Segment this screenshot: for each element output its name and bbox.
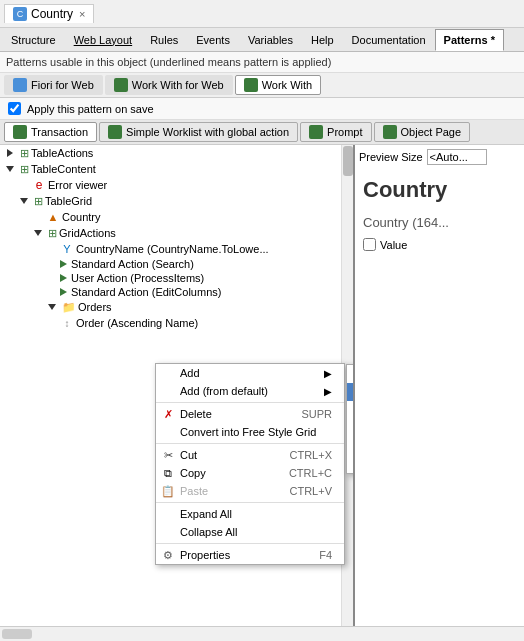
ctx-collapse-all[interactable]: Collapse All <box>156 523 344 541</box>
tree-item-tablecontent[interactable]: ⊞ TableContent <box>0 161 353 177</box>
ctx-add[interactable]: Add ▶ UserAction GridAttribute <box>156 364 344 382</box>
sub-item-gridvariable[interactable]: GridVariable <box>347 437 355 455</box>
nav-structure[interactable]: Structure <box>2 29 65 51</box>
preview-panel: Preview Size Country Country (164... Val… <box>355 145 524 626</box>
paste-icon: 📋 <box>160 483 176 499</box>
trans-tab-objectpage[interactable]: Object Page <box>374 122 471 142</box>
scissors-icon: ✂ <box>160 447 176 463</box>
ctx-delete[interactable]: ✗ Delete SUPR <box>156 405 344 423</box>
pattern-tab-fiori[interactable]: Fiori for Web <box>4 75 103 95</box>
nav-help[interactable]: Help <box>302 29 343 51</box>
nav-rules[interactable]: Rules <box>141 29 187 51</box>
preview-value-checkbox[interactable] <box>363 238 376 251</box>
ctx-add-from-default-label: Add (from default) <box>180 385 268 397</box>
tree-item-stdaction-search[interactable]: Standard Action (Search) <box>0 257 353 271</box>
gridvariable-sub-icon <box>351 438 355 454</box>
sub-item-useraction[interactable]: UserAction <box>347 365 355 383</box>
sub-item-gridvariablebasedon[interactable]: GridVariableBasedOn <box>347 455 355 473</box>
nav-events[interactable]: Events <box>187 29 239 51</box>
trans-objectpage-icon <box>383 125 397 139</box>
apply-pattern-checkbox[interactable] <box>8 102 21 115</box>
pattern-tab-workwith-web-label: Work With for Web <box>132 79 224 91</box>
trans-tab-transaction[interactable]: Transaction <box>4 122 97 142</box>
copy-icon: ⧉ <box>160 465 176 481</box>
tree-label-stdaction-search: Standard Action (Search) <box>71 258 194 270</box>
tree-item-useraction[interactable]: User Action (ProcessItems) <box>0 271 353 285</box>
sub-item-gridattribute[interactable]: GridAttribute <box>347 383 355 401</box>
horizontal-scrollbar[interactable] <box>0 626 524 640</box>
nav-variables[interactable]: Variables <box>239 29 302 51</box>
tree-label-order-ascending: Order (Ascending Name) <box>76 317 198 329</box>
workwith-web-icon <box>114 78 128 92</box>
workwith-icon <box>244 78 258 92</box>
useraction-sub-icon <box>351 366 355 382</box>
tree-panel: ⊞ TableActions ⊞ TableContent e Error vi… <box>0 145 355 626</box>
ctx-expand-all[interactable]: Expand All <box>156 505 344 523</box>
gridattribute-sub-icon <box>351 384 355 400</box>
nav-patterns[interactable]: Patterns * <box>435 29 504 51</box>
apply-pattern-row: Apply this pattern on save <box>0 98 524 120</box>
trans-tab-prompt[interactable]: Prompt <box>300 122 371 142</box>
tree-label-orders: Orders <box>78 301 112 313</box>
trans-prompt-label: Prompt <box>327 126 362 138</box>
trans-transaction-label: Transaction <box>31 126 88 138</box>
tree-item-order-ascending[interactable]: ↕ Order (Ascending Name) <box>0 315 353 331</box>
preview-checkbox-row: Value <box>359 234 520 255</box>
tree-item-orders[interactable]: 📁 Orders <box>0 299 353 315</box>
preview-value-label: Value <box>380 239 407 251</box>
pattern-tab-workwith[interactable]: Work With <box>235 75 322 95</box>
nav-bar: Structure Web Layout Rules Events Variab… <box>0 28 524 52</box>
sub-item-standardaction[interactable]: StandardAction <box>347 401 355 419</box>
ctx-convert[interactable]: Convert into Free Style Grid <box>156 423 344 441</box>
ctx-sep-2 <box>156 443 344 444</box>
ctx-copy-shortcut: CTRL+C <box>269 467 332 479</box>
orders-folder-icon: 📁 <box>62 301 76 314</box>
tree-item-tablegrid[interactable]: ⊞ TableGrid <box>0 193 353 209</box>
pattern-tab-workwith-web[interactable]: Work With for Web <box>105 75 233 95</box>
ctx-properties[interactable]: ⚙ Properties F4 <box>156 546 344 564</box>
tree-item-tableactions[interactable]: ⊞ TableActions <box>0 145 353 161</box>
context-menu: Add ▶ UserAction GridAttribute <box>155 363 345 565</box>
trans-tab-worklist[interactable]: Simple Worklist with global action <box>99 122 298 142</box>
close-icon[interactable]: × <box>79 8 85 20</box>
ctx-add-from-default-arrow: ▶ <box>324 386 332 397</box>
ctx-convert-label: Convert into Free Style Grid <box>180 426 316 438</box>
preview-size-input[interactable] <box>427 149 487 165</box>
tree-item-errorviewer[interactable]: e Error viewer <box>0 177 353 193</box>
trans-objectpage-label: Object Page <box>401 126 462 138</box>
tree-label-errorviewer: Error viewer <box>48 179 107 191</box>
trans-prompt-icon <box>309 125 323 139</box>
tree-item-countryname[interactable]: Y CountryName (CountryName.ToLowe... <box>0 241 353 257</box>
expand-icon-gridactions <box>32 226 46 240</box>
trans-worklist-icon <box>108 125 122 139</box>
nav-weblayout[interactable]: Web Layout <box>65 29 142 51</box>
order-icon: ↕ <box>60 316 74 330</box>
ctx-copy-label: Copy <box>180 467 206 479</box>
ctx-copy[interactable]: ⧉ Copy CTRL+C <box>156 464 344 482</box>
ctx-paste[interactable]: 📋 Paste CTRL+V <box>156 482 344 500</box>
patterns-description: Patterns usable in this object (underlin… <box>0 52 524 73</box>
tree-item-gridactions[interactable]: ⊞ GridActions <box>0 225 353 241</box>
tree-scroll-thumb <box>343 146 353 176</box>
ctx-sep-4 <box>156 543 344 544</box>
tree-item-stdaction-editcols[interactable]: Standard Action (EditColumns) <box>0 285 353 299</box>
preview-size-label: Preview Size <box>359 151 423 163</box>
tree-label-country: Country <box>62 211 101 223</box>
nav-documentation[interactable]: Documentation <box>343 29 435 51</box>
standardaction-sub-icon <box>351 402 355 418</box>
flag-editcols-icon <box>60 288 67 296</box>
tree-item-country[interactable]: ▲ Country <box>0 209 353 225</box>
gridvariablebasedon-sub-icon <box>351 456 355 472</box>
country-tab[interactable]: C Country × <box>4 4 94 23</box>
tree-label-countryname: CountryName (CountryName.ToLowe... <box>76 243 269 255</box>
title-bar: C Country × <box>0 0 524 28</box>
tree-label-gridactions: GridActions <box>59 227 116 239</box>
tree-label-tableactions: TableActions <box>31 147 93 159</box>
gridactiongroup-sub-icon <box>351 420 355 436</box>
ctx-sep-1 <box>156 402 344 403</box>
ctx-cut[interactable]: ✂ Cut CTRL+X <box>156 446 344 464</box>
ctx-add-from-default[interactable]: Add (from default) ▶ <box>156 382 344 400</box>
sub-item-gridactiongroup[interactable]: GridActionGroup <box>347 419 355 437</box>
submenu-add: UserAction GridAttribute StandardAction <box>346 364 355 474</box>
tree-label-useraction: User Action (ProcessItems) <box>71 272 204 284</box>
